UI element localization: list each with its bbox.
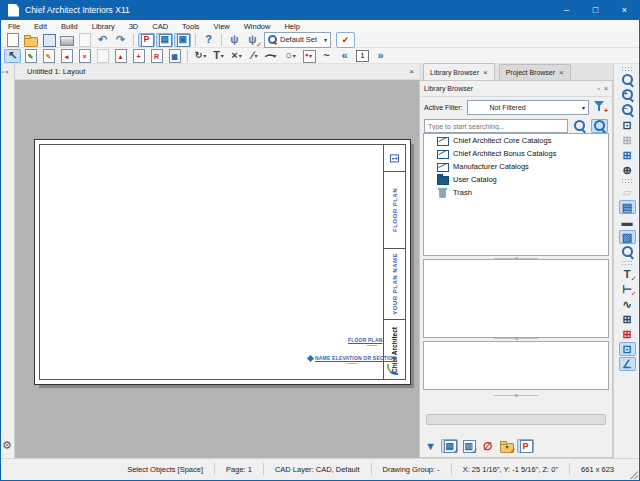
library-search-input[interactable] — [424, 119, 568, 133]
page-table-icon[interactable]: ▦ — [166, 49, 183, 63]
line-tools-icon[interactable]: ∕▾ — [246, 49, 263, 63]
edit-page-icon[interactable]: ✎ — [40, 49, 57, 63]
dimension-defaults-icon[interactable]: ⊢✓ — [619, 282, 636, 296]
search-icon[interactable] — [571, 119, 588, 133]
arc-tools-icon[interactable]: (▾ — [264, 49, 281, 63]
drawing-canvas[interactable]: 1 FLOOR PLAN YOUR PLAN NAME Chief Archit… — [15, 80, 419, 458]
title-block-page-cell[interactable]: 1 — [384, 145, 405, 172]
float-panel-icon[interactable]: ▫ — [597, 85, 599, 92]
zoom-icon[interactable] — [619, 73, 636, 87]
insert-page-icon[interactable]: ▴ — [112, 49, 129, 63]
select-objects-icon[interactable]: ↖ — [4, 49, 21, 63]
undo-icon[interactable]: ↶ — [94, 33, 111, 47]
panel-splitter[interactable] — [423, 393, 609, 398]
redo-icon[interactable]: ↷ — [112, 33, 129, 47]
toolbar-lock-toggle[interactable]: ✔ — [336, 32, 355, 48]
circle-tools-icon[interactable]: ○▾ — [282, 49, 299, 63]
grid-display-icon[interactable]: ⊞ — [619, 312, 636, 326]
cad-point-tools-icon[interactable]: ×▾ — [228, 49, 245, 63]
save-file-icon[interactable] — [40, 33, 57, 47]
menu-file[interactable]: File — [1, 22, 27, 31]
close-tab-icon[interactable]: × — [483, 68, 488, 77]
chevron-down-icon[interactable]: ▾ — [324, 36, 327, 43]
text-style-defaults-icon[interactable]: T✓ — [619, 267, 636, 281]
menu-edit[interactable]: Edit — [27, 22, 54, 31]
maximize-button[interactable]: □ — [581, 0, 610, 20]
tree-item-manufacturer-catalogs[interactable]: Manufacturer Catalogs — [424, 160, 608, 173]
dropdown-arrow-icon[interactable]: ▾ — [239, 52, 242, 59]
floor-plan-link[interactable]: FLOOR PLAN — [348, 337, 383, 343]
display-options-icon[interactable]: ▤ — [619, 200, 636, 214]
dropdown-arrow-icon[interactable]: ▾ — [221, 52, 224, 59]
dropdown-arrow-icon[interactable]: ▾ — [309, 52, 312, 59]
dropdown-arrow-icon[interactable]: ▾ — [203, 52, 206, 59]
text-tools-icon[interactable]: T▾ — [210, 49, 227, 63]
active-side-panel-icon[interactable]: ▣ — [174, 33, 191, 47]
print-icon[interactable] — [58, 33, 75, 47]
menu-view[interactable]: View — [207, 22, 237, 31]
dropdown-arrow-icon[interactable]: ▾ — [254, 52, 257, 59]
grid-snaps-icon[interactable]: ⊞ — [619, 327, 636, 341]
rotate-tools-icon[interactable]: ↻▾ — [192, 49, 209, 63]
previous-page-tool-icon[interactable]: ◂ — [58, 49, 75, 63]
advanced-search-icon[interactable] — [591, 119, 608, 133]
toolbar-grip[interactable] — [621, 66, 633, 72]
open-file-icon[interactable] — [22, 33, 39, 47]
dropdown-arrow-icon[interactable]: ▾ — [293, 52, 296, 59]
close-panel-icon[interactable]: × — [604, 85, 608, 92]
toolbar-grip[interactable] — [621, 260, 633, 266]
toolbar-grip[interactable] — [621, 178, 633, 184]
float-pane-icon[interactable]: ▫ — [2, 69, 4, 75]
page-number-value[interactable]: 1 — [356, 50, 368, 62]
close-pane-icon[interactable]: × — [5, 69, 9, 75]
resize-grip[interactable] — [630, 471, 638, 479]
update-library-catalogs-icon[interactable]: P — [517, 439, 534, 453]
customize-toolbars-icon[interactable]: ψ — [226, 33, 243, 47]
revision-table-icon[interactable]: R — [148, 49, 165, 63]
title-block-view-cell[interactable]: FLOOR PLAN — [384, 172, 405, 249]
panel-splitter[interactable] — [423, 336, 609, 341]
dropdown-arrow-icon[interactable]: ▾ — [273, 52, 276, 59]
help-icon[interactable]: ? — [200, 33, 217, 47]
clear-filter-icon[interactable]: ∅ — [479, 439, 496, 453]
panel-splitter[interactable] — [423, 256, 609, 261]
active-filter-select[interactable]: Not Filtered ▾ — [467, 100, 589, 115]
previous-page-icon[interactable]: « — [336, 49, 353, 63]
tab-project-browser[interactable]: Project Browser× — [499, 64, 571, 80]
project-browser-icon[interactable]: P — [138, 33, 155, 47]
edit-toolbar-icon[interactable]: ψ✓ — [244, 33, 261, 47]
tree-item-chief-architect-bonus-catalogs[interactable]: Chief Architect Bonus Catalogs — [424, 147, 608, 160]
edit-layout-lines-icon[interactable]: ✎ — [22, 49, 39, 63]
spline-tool-icon[interactable]: ~ — [318, 49, 335, 63]
preview-panel-toggle-icon[interactable]: ▥✓ — [460, 439, 477, 453]
color-on-off-icon[interactable]: ▬ — [619, 215, 636, 229]
arc-creation-modes-icon[interactable]: ∿ — [619, 297, 636, 311]
library-filters-icon[interactable]: ▼ — [422, 439, 439, 453]
dropdown-arrow-icon[interactable]: ▾ — [505, 443, 508, 450]
object-snaps-icon[interactable]: ⊡ — [619, 342, 636, 356]
toolbar-set-select[interactable]: Default Set▾ — [264, 32, 331, 48]
next-page-icon[interactable]: » — [372, 49, 389, 63]
tree-item-chief-architect-core-catalogs[interactable]: Chief Architect Core Catalogs — [424, 134, 608, 147]
menu-tools[interactable]: Tools — [175, 22, 207, 31]
close-tab-icon[interactable]: × — [559, 68, 564, 77]
library-panel-toggle-icon[interactable]: ▤✓ — [441, 439, 458, 453]
menu-3d[interactable]: 3D — [122, 22, 146, 31]
close-button[interactable]: × — [610, 0, 639, 20]
undo-zoom-icon[interactable]: ⊡ — [619, 118, 636, 132]
open-layout-page-icon[interactable]: ▧ — [619, 230, 636, 244]
fill-window-icon[interactable]: ⊞ — [619, 148, 636, 162]
angle-snaps-icon[interactable]: ∠ — [619, 357, 636, 371]
zoom-in-icon[interactable]: + — [619, 88, 636, 102]
tab-library-browser[interactable]: Library Browser× — [423, 63, 495, 80]
layout-page-preview-icon[interactable] — [619, 245, 636, 259]
elevation-link[interactable]: NAME ELEVATION OR SECTION — [315, 355, 396, 361]
folder-view-icon[interactable]: ✓▾ — [498, 439, 515, 453]
zoom-out-icon[interactable]: − — [619, 103, 636, 117]
add-page-icon[interactable]: + — [130, 49, 147, 63]
tree-item-user-catalog[interactable]: User Catalog — [424, 173, 608, 186]
pan-window-icon[interactable]: ⊕ — [619, 163, 636, 177]
page-number-box-icon[interactable]: 1 — [354, 49, 371, 63]
document-tab[interactable]: Untitled 1: Layout — [15, 67, 85, 76]
title-block-plan-cell[interactable]: YOUR PLAN NAME — [384, 249, 405, 320]
